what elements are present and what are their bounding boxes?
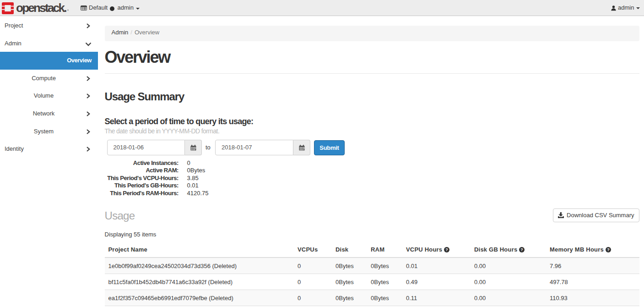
svg-text:?: ?	[607, 247, 610, 252]
svg-text:?: ?	[520, 247, 523, 252]
svg-text:?: ?	[445, 247, 448, 252]
